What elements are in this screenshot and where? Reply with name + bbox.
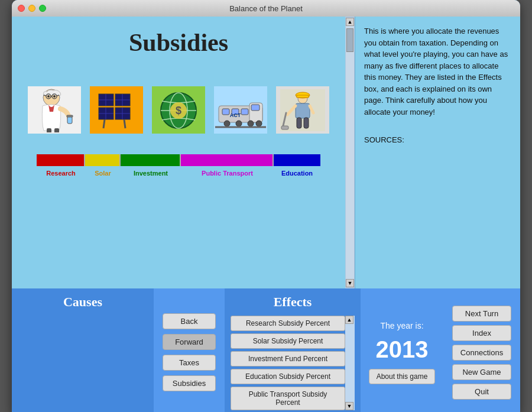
right-panel: This is where you allocate the revenues … xyxy=(355,17,520,288)
education-subsidy-button[interactable]: Education Subsidy Percent xyxy=(231,369,345,384)
svg-point-42 xyxy=(256,121,262,126)
svg-point-39 xyxy=(224,121,230,126)
window-title: Balance of the Planet xyxy=(229,4,303,13)
effects-panel: Effects Research Subsidy Percent Solar S… xyxy=(225,288,361,412)
transport-subsidy-button[interactable]: Public Transport Subsidy Percent xyxy=(231,387,345,410)
causes-title: Causes xyxy=(63,294,102,310)
svg-rect-52 xyxy=(297,118,301,128)
solar-icon xyxy=(90,86,143,134)
globe-icon: $ xyxy=(152,86,205,134)
images-row: $ xyxy=(28,86,329,134)
svg-line-25 xyxy=(103,119,105,128)
education-label: Education xyxy=(274,170,320,177)
top-area: Subsidies xyxy=(12,17,520,288)
back-button[interactable]: Back xyxy=(163,313,216,329)
svg-rect-8 xyxy=(67,116,72,124)
svg-line-26 xyxy=(124,119,125,128)
svg-point-40 xyxy=(236,121,242,126)
svg-line-6 xyxy=(44,95,46,96)
effects-scrollbar[interactable]: ▲ ▼ xyxy=(345,316,355,410)
svg-line-7 xyxy=(57,95,59,96)
taxes-button[interactable]: Taxes xyxy=(163,355,216,371)
svg-text:ACT: ACT xyxy=(230,112,241,118)
scroll-up-arrow[interactable]: ▲ xyxy=(346,18,354,26)
solar-bar xyxy=(85,154,119,166)
svg-point-1 xyxy=(47,95,50,98)
svg-rect-49 xyxy=(296,103,310,118)
svg-rect-37 xyxy=(241,109,248,115)
svg-point-41 xyxy=(248,121,254,126)
quit-button[interactable]: Quit xyxy=(452,384,511,400)
solar-label: Solar xyxy=(85,170,121,177)
scroll-track[interactable] xyxy=(346,26,354,279)
bottom-area: Causes Back Forward Taxes Subsidies Effe… xyxy=(12,288,520,412)
causes-panel: Causes xyxy=(12,288,154,412)
nav-panel: Back Forward Taxes Subsidies xyxy=(154,288,225,412)
subsidies-button[interactable]: Subsidies xyxy=(163,375,216,391)
maximize-button[interactable] xyxy=(39,5,46,12)
year-panel: The year is: 2013 About this game xyxy=(361,288,443,412)
effects-scroll-down[interactable]: ▼ xyxy=(345,402,353,410)
svg-rect-11 xyxy=(54,128,59,132)
effects-title: Effects xyxy=(231,294,355,310)
scientist-icon xyxy=(28,86,81,134)
construction-icon xyxy=(276,86,329,134)
investment-bar xyxy=(121,154,180,166)
app-window: Balance of the Planet Subsidies xyxy=(12,0,520,412)
svg-rect-48 xyxy=(297,95,309,98)
actions-panel: Next Turn Index Connections New Game Qui… xyxy=(443,288,520,412)
effects-inner: Research Subsidy Percent Solar Subsidy P… xyxy=(231,316,355,410)
solar-subsidy-button[interactable]: Solar Subsidy Percent xyxy=(231,333,345,349)
research-subsidy-button[interactable]: Research Subsidy Percent xyxy=(231,316,345,331)
effects-list: Research Subsidy Percent Solar Subsidy P… xyxy=(231,316,345,410)
svg-rect-55 xyxy=(281,126,288,129)
svg-rect-53 xyxy=(304,118,309,128)
minimize-button[interactable] xyxy=(28,5,35,12)
svg-rect-9 xyxy=(67,115,73,117)
scroll-down-arrow[interactable]: ▼ xyxy=(346,279,354,287)
connections-button[interactable]: Connections xyxy=(452,345,511,361)
description-text: This is where you allocate the revenues … xyxy=(364,25,511,118)
main-content: Subsidies xyxy=(12,17,520,412)
effects-scroll-track[interactable] xyxy=(345,324,355,402)
forward-button[interactable]: Forward xyxy=(163,334,216,350)
investment-label: Investment xyxy=(121,170,181,177)
title-bar: Balance of the Planet xyxy=(12,0,520,17)
investment-fund-button[interactable]: Investment Fund Percent xyxy=(231,351,345,366)
svg-point-2 xyxy=(53,95,56,98)
page-title: Subsidies xyxy=(129,28,228,57)
left-panel: Subsidies xyxy=(12,17,345,288)
education-bar xyxy=(274,154,320,166)
close-button[interactable] xyxy=(18,5,25,12)
svg-rect-10 xyxy=(47,128,51,132)
index-button[interactable]: Index xyxy=(452,325,511,341)
year-value: 2013 xyxy=(376,336,429,363)
traffic-lights xyxy=(18,5,46,12)
scroll-thumb[interactable] xyxy=(346,28,353,52)
svg-rect-35 xyxy=(222,109,229,115)
research-bar xyxy=(37,154,84,166)
main-scrollbar[interactable]: ▲ ▼ xyxy=(345,17,355,288)
research-label: Research xyxy=(37,170,85,177)
year-label: The year is: xyxy=(380,321,423,330)
new-game-button[interactable]: New Game xyxy=(452,364,511,380)
progress-bars xyxy=(37,154,320,167)
transport-bar xyxy=(181,154,273,166)
svg-text:$: $ xyxy=(176,105,181,116)
transport-icon: ACT xyxy=(214,86,267,134)
bar-labels: Research Solar Investment Public Transpo… xyxy=(37,170,320,177)
about-game-button[interactable]: About this game xyxy=(369,369,436,384)
svg-rect-38 xyxy=(251,105,259,111)
next-turn-button[interactable]: Next Turn xyxy=(452,306,511,322)
sources-label: SOURCES: xyxy=(364,135,511,144)
transport-label: Public Transport xyxy=(181,170,274,177)
effects-scroll-up[interactable]: ▲ xyxy=(345,316,353,324)
